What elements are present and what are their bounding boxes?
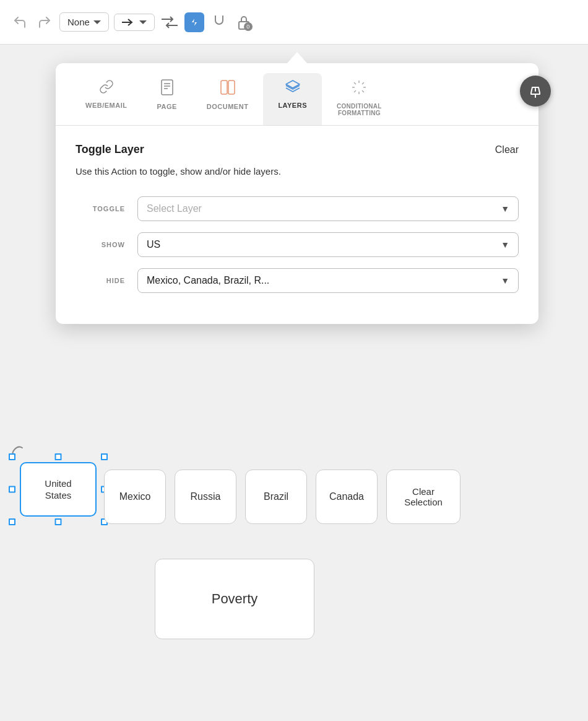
clear-selection-label: ClearSelection	[404, 486, 443, 507]
lock-count: 0	[244, 22, 253, 31]
tab-document-label: DOCUMENT	[207, 103, 249, 110]
handle-top-right[interactable]	[101, 453, 108, 460]
handle-bottom-middle[interactable]	[55, 518, 62, 525]
canada-label: Canada	[329, 491, 364, 502]
none-dropdown[interactable]: None	[59, 12, 109, 32]
tab-conditional-formatting[interactable]: CONDITIONALFORMATTING	[322, 73, 397, 125]
show-chevron-icon: ▼	[501, 240, 509, 250]
handle-top-left[interactable]	[9, 453, 15, 460]
poverty-label: Poverty	[212, 591, 258, 607]
svg-line-21	[362, 82, 364, 84]
swap-icon[interactable]	[160, 12, 179, 32]
redo-icon[interactable]	[35, 12, 54, 32]
arrow-dropdown[interactable]	[114, 14, 155, 31]
tab-web-email-label: WEB/EMAIL	[85, 102, 127, 109]
show-label: SHOW	[76, 241, 125, 248]
show-select[interactable]: US ▼	[137, 232, 519, 257]
toggle-select[interactable]: Select Layer ▼	[137, 196, 519, 221]
canada-card[interactable]: Canada	[316, 470, 378, 524]
panel-description: Use this Action to toggle, show and/or h…	[76, 165, 519, 179]
svg-line-20	[362, 90, 364, 92]
panel-body: Toggle Layer Clear Use this Action to to…	[56, 126, 538, 293]
hide-row: HIDE Mexico, Canada, Brazil, R... ▼	[76, 268, 519, 293]
toggle-chevron-icon: ▼	[501, 204, 509, 214]
svg-rect-13	[228, 81, 235, 94]
tab-document[interactable]: DOCUMENT	[192, 73, 264, 125]
tab-bar: WEB/EMAIL PAGE DOCUMENT	[56, 63, 538, 126]
page-icon	[160, 79, 174, 99]
handle-bottom-left[interactable]	[9, 518, 15, 525]
country-cards-row: Mexico Russia Brazil Canada ClearSelecti…	[104, 470, 460, 524]
tab-page-label: PAGE	[157, 103, 176, 110]
panel-header: Toggle Layer Clear	[76, 143, 519, 156]
web-email-icon	[99, 79, 114, 98]
toggle-label: TOGGLE	[76, 205, 125, 212]
pin-button[interactable]	[520, 76, 551, 107]
action-popup: WEB/EMAIL PAGE DOCUMENT	[56, 63, 538, 324]
document-icon	[220, 79, 236, 99]
tab-page[interactable]: PAGE	[142, 73, 191, 125]
tab-cond-format-label: CONDITIONALFORMATTING	[337, 103, 382, 116]
hide-select[interactable]: Mexico, Canada, Brazil, R... ▼	[137, 268, 519, 293]
hide-label: HIDE	[76, 277, 125, 284]
tab-layers-label: LAYERS	[278, 102, 307, 109]
brazil-card[interactable]: Brazil	[245, 470, 307, 524]
hide-chevron-icon: ▼	[501, 276, 509, 286]
magnet-icon[interactable]	[209, 12, 229, 32]
svg-rect-12	[221, 81, 227, 94]
show-value: US	[147, 239, 160, 250]
svg-line-19	[354, 82, 356, 84]
poverty-card[interactable]: Poverty	[155, 559, 314, 639]
svg-marker-0	[93, 20, 101, 24]
tab-layers[interactable]: LAYERS	[263, 73, 322, 125]
handle-top-middle[interactable]	[55, 453, 62, 460]
lightning-icon[interactable]	[184, 12, 204, 32]
toggle-placeholder: Select Layer	[147, 203, 202, 214]
svg-line-22	[354, 90, 356, 92]
brazil-label: Brazil	[264, 491, 288, 502]
lock-icon[interactable]: 0	[234, 12, 254, 32]
main-canvas: WEB/EMAIL PAGE DOCUMENT	[0, 45, 588, 721]
selection-box[interactable]: UnitedStates	[9, 453, 108, 525]
hide-value: Mexico, Canada, Brazil, R...	[147, 275, 269, 286]
conditional-formatting-icon	[351, 79, 367, 99]
undo-icon[interactable]	[10, 12, 30, 32]
layers-icon	[285, 79, 301, 98]
russia-label: Russia	[191, 491, 221, 502]
svg-rect-8	[162, 80, 173, 95]
toggle-row: TOGGLE Select Layer ▼	[76, 196, 519, 221]
mexico-label: Mexico	[119, 491, 151, 502]
tab-web-email[interactable]: WEB/EMAIL	[71, 73, 142, 125]
panel-title: Toggle Layer	[76, 143, 144, 156]
russia-card[interactable]: Russia	[175, 470, 236, 524]
show-row: SHOW US ▼	[76, 232, 519, 257]
mexico-card[interactable]: Mexico	[104, 470, 166, 524]
toolbar: None 0	[0, 0, 588, 45]
svg-marker-2	[139, 20, 147, 24]
popup-arrow	[287, 52, 307, 63]
clear-button[interactable]: Clear	[495, 144, 519, 155]
handle-middle-left[interactable]	[9, 486, 15, 493]
clear-selection-card[interactable]: ClearSelection	[386, 470, 460, 524]
united-states-card[interactable]: UnitedStates	[20, 462, 97, 517]
united-states-selection-group: UnitedStates	[9, 453, 108, 525]
